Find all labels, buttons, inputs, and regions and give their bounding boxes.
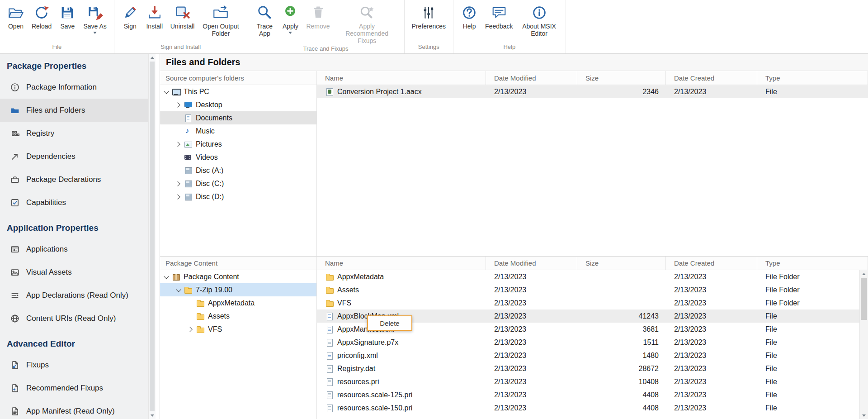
- save-button[interactable]: Save: [55, 2, 80, 30]
- chevron-down-icon[interactable]: [162, 87, 171, 96]
- date-created-cell: 2/13/2023: [666, 296, 757, 309]
- chevron-down-icon[interactable]: [162, 272, 171, 281]
- doc-icon: [325, 338, 334, 347]
- apply-button[interactable]: Apply: [278, 2, 302, 34]
- tree-item[interactable]: Assets: [160, 309, 316, 323]
- sidebar-item-capabilities[interactable]: Capabilities: [0, 191, 148, 214]
- sidebar-item-package-declarations[interactable]: Package Declarations: [0, 168, 148, 191]
- tree-item[interactable]: This PC: [160, 85, 316, 98]
- table-row[interactable]: VFS 2/13/2023 2/13/2023 File Folder: [317, 296, 868, 309]
- column-header-date-modified[interactable]: Date Modified: [486, 71, 577, 85]
- table-row[interactable]: resources.scale-125.pri 2/13/2023 4408 2…: [317, 388, 868, 401]
- tree-item[interactable]: Desktop: [160, 98, 316, 111]
- file-name: Registry.dat: [337, 365, 375, 373]
- chevron-right-icon[interactable]: [187, 325, 196, 334]
- disc-icon: [184, 179, 193, 188]
- sidebar-item-app-manifest[interactable]: App Manifest (Read Only): [0, 400, 148, 419]
- package-table-scrollbar[interactable]: [859, 270, 868, 419]
- chevron-right-icon[interactable]: [175, 100, 184, 110]
- sidebar-item-app-declarations[interactable]: App Declarations (Read Only): [0, 284, 148, 307]
- source-pane: Source computer's folders Name Date Modi…: [160, 71, 868, 256]
- apply-recommended-fixups-button[interactable]: Apply Recommended Fixups: [334, 2, 401, 44]
- open-output-folder-button[interactable]: Open Output Folder: [198, 2, 243, 37]
- sidebar-item-recommended-fixups[interactable]: Recommended Fixups: [0, 376, 148, 400]
- scroll-down-icon[interactable]: [149, 412, 156, 419]
- file-name: VFS: [337, 299, 351, 307]
- sign-button[interactable]: Sign: [118, 2, 142, 30]
- column-header-name[interactable]: Name: [317, 257, 486, 270]
- folder-icon: [325, 286, 334, 295]
- column-header-size[interactable]: Size: [577, 257, 666, 270]
- reload-button[interactable]: Reload: [28, 2, 55, 30]
- uninstall-button[interactable]: Uninstall: [167, 2, 198, 30]
- ribbon-group-file: Open Reload Save: [0, 0, 114, 53]
- chevron-right-icon[interactable]: [175, 140, 184, 149]
- table-row[interactable]: resources.pri 2/13/2023 10408 2/13/2023 …: [317, 375, 868, 388]
- sidebar-item-dependencies[interactable]: Dependencies: [0, 145, 148, 168]
- tree-item-label: Pictures: [196, 140, 222, 148]
- remove-button[interactable]: Remove: [302, 2, 333, 30]
- trace-app-button[interactable]: Trace App: [251, 2, 278, 37]
- chevron-down-icon[interactable]: [93, 32, 97, 34]
- sidebar-item-fixups[interactable]: Fixups: [0, 353, 148, 376]
- sidebar-item-package-information[interactable]: Package Information: [0, 76, 148, 99]
- tree-item[interactable]: VFS: [160, 323, 316, 336]
- chevron-right-icon[interactable]: [175, 192, 184, 201]
- tree-item[interactable]: AppxMetadata: [160, 296, 316, 309]
- about-msix-editor-button[interactable]: About MSIX Editor: [517, 2, 562, 37]
- column-header-date-created[interactable]: Date Created: [666, 257, 757, 270]
- tree-item[interactable]: Disc (C:): [160, 177, 316, 190]
- install-button[interactable]: Install: [142, 2, 167, 30]
- tree-item[interactable]: 7-Zip 19.00: [160, 283, 316, 296]
- open-button[interactable]: Open: [4, 2, 28, 30]
- package-files-table: AppxMetadata 2/13/2023 2/13/2023 File Fo…: [317, 270, 868, 419]
- help-button[interactable]: Help: [457, 2, 481, 30]
- table-row[interactable]: priconfig.xml 2/13/2023 1480 2/13/2023 F…: [317, 349, 868, 362]
- folder-icon: [184, 286, 193, 295]
- sidebar-item-registry[interactable]: Registry: [0, 122, 148, 145]
- tree-item[interactable]: Videos: [160, 151, 316, 164]
- remove-trash-icon: [310, 4, 327, 21]
- sidebar-item-applications[interactable]: Applications: [0, 238, 148, 261]
- tree-item[interactable]: Pictures: [160, 138, 316, 151]
- apply-plus-icon: [282, 4, 299, 21]
- save-as-button[interactable]: Save As: [80, 2, 110, 34]
- chevron-down-icon[interactable]: [288, 32, 292, 34]
- sidebar-scrollbar[interactable]: [148, 54, 156, 419]
- tree-item[interactable]: Documents: [160, 111, 316, 124]
- feedback-button[interactable]: Feedback: [481, 2, 516, 30]
- column-header-type[interactable]: Type: [757, 257, 868, 270]
- sidebar-item-content-uris[interactable]: Content URIs (Read Only): [0, 307, 148, 330]
- table-row[interactable]: Conversion Project 1.aacx 2/13/2023 2346…: [317, 85, 868, 98]
- scroll-up-icon[interactable]: [149, 54, 156, 61]
- sidebar-section-application-properties: Application Properties Applications Visu…: [0, 219, 148, 330]
- column-header-size[interactable]: Size: [577, 71, 666, 85]
- chevron-right-icon[interactable]: [175, 179, 184, 188]
- chevron-down-icon[interactable]: [175, 286, 184, 295]
- column-header-date-modified[interactable]: Date Modified: [486, 257, 577, 270]
- column-header-name[interactable]: Name: [317, 71, 486, 85]
- tree-item[interactable]: Package Content: [160, 270, 316, 283]
- scroll-up-icon[interactable]: [860, 270, 868, 277]
- tree-item[interactable]: Disc (D:): [160, 190, 316, 203]
- type-cell: File: [757, 362, 868, 375]
- sidebar-item-files-and-folders[interactable]: Files and Folders: [0, 99, 148, 122]
- table-row[interactable]: resources.scale-150.pri 2/13/2023 4408 2…: [317, 401, 868, 414]
- column-header-date-created[interactable]: Date Created: [666, 71, 757, 85]
- tree-item[interactable]: Music: [160, 124, 316, 138]
- sidebar-item-visual-assets[interactable]: Visual Assets: [0, 261, 148, 284]
- scrollbar-thumb[interactable]: [861, 278, 867, 320]
- sidebar-scrollbar-thumb[interactable]: [150, 62, 155, 411]
- date-modified-cell: 2/13/2023: [486, 401, 577, 414]
- table-row[interactable]: AppxSignature.p7x 2/13/2023 1511 2/13/20…: [317, 336, 868, 349]
- table-row[interactable]: Assets 2/13/2023 2/13/2023 File Folder: [317, 283, 868, 296]
- preferences-button[interactable]: Preferences: [408, 2, 449, 30]
- table-row[interactable]: AppxMetadata 2/13/2023 2/13/2023 File Fo…: [317, 270, 868, 283]
- column-header-type[interactable]: Type: [757, 71, 868, 85]
- scroll-down-icon[interactable]: [860, 412, 868, 419]
- context-menu-delete[interactable]: Delete: [380, 319, 399, 327]
- tree-item[interactable]: Disc (A:): [160, 164, 316, 177]
- table-row[interactable]: Registry.dat 2/13/2023 28672 2/13/2023 F…: [317, 362, 868, 375]
- tree-item-label: Music: [196, 127, 215, 135]
- doc-icon: [325, 364, 334, 373]
